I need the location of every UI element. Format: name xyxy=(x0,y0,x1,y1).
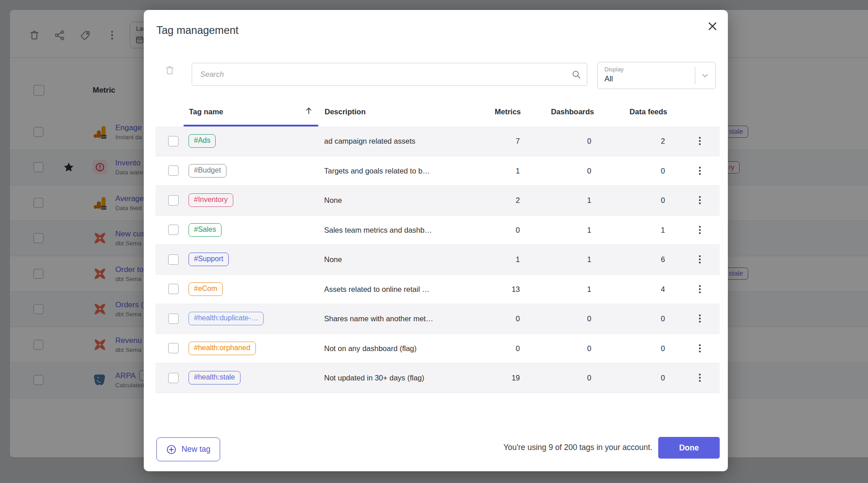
tag-chip: #Ads xyxy=(189,134,216,148)
tag-dashboards-count: 0 xyxy=(531,344,591,352)
tag-row-menu-button[interactable] xyxy=(694,165,705,176)
tag-row-checkbox[interactable] xyxy=(168,195,179,206)
kebab-icon xyxy=(694,165,705,176)
display-filter-label: Display xyxy=(604,66,624,73)
tag-row-menu-button[interactable] xyxy=(694,136,705,146)
kebab-icon xyxy=(694,372,705,383)
tag-search xyxy=(192,63,587,86)
plus-circle-icon xyxy=(166,444,177,455)
tag-description: Assets related to online retail … xyxy=(324,285,429,293)
tag-row-checkbox[interactable] xyxy=(168,165,179,176)
new-tag-label: New tag xyxy=(181,445,210,454)
tag-datafeeds-count: 0 xyxy=(604,344,665,352)
tag-row[interactable]: #health:orphaned Not on any dashboard (f… xyxy=(156,334,720,364)
tag-dashboards-count: 1 xyxy=(531,225,591,234)
tag-row-checkbox[interactable] xyxy=(168,343,179,353)
tag-datafeeds-count: 6 xyxy=(604,255,665,264)
tags-table-header: Tag name Description Metrics Dashboards … xyxy=(144,103,728,123)
tag-metrics-count: 0 xyxy=(459,225,520,234)
tag-metrics-count: 1 xyxy=(459,166,520,175)
tag-dashboards-count: 0 xyxy=(531,166,591,175)
tag-metrics-count: 13 xyxy=(459,285,520,293)
tag-datafeeds-count: 0 xyxy=(604,196,665,205)
tag-datafeeds-count: 1 xyxy=(604,225,665,234)
tag-row-checkbox[interactable] xyxy=(168,136,179,146)
tag-description: Shares name with another met… xyxy=(324,314,433,323)
kebab-icon xyxy=(694,225,705,235)
tag-row[interactable]: #Budget Targets and goals related to b… … xyxy=(156,156,720,186)
kebab-icon xyxy=(694,136,705,146)
display-filter-value: All xyxy=(604,75,613,84)
column-header-dashboards[interactable]: Dashboards xyxy=(533,108,594,116)
tag-row[interactable]: #health:duplicate-… Shares name with ano… xyxy=(156,304,720,334)
tag-row[interactable]: #Inventory None 2 1 0 xyxy=(156,186,720,216)
tag-metrics-count: 0 xyxy=(459,344,520,352)
tag-row-menu-button[interactable] xyxy=(694,313,705,324)
kebab-icon xyxy=(694,313,705,324)
search-icon xyxy=(571,70,581,80)
tag-row-checkbox[interactable] xyxy=(168,284,179,294)
tag-description: Not updated in 30+ days (flag) xyxy=(324,374,425,382)
display-filter-select[interactable]: Display All xyxy=(597,62,716,89)
tag-chip: #Budget xyxy=(189,164,226,178)
tag-row-checkbox[interactable] xyxy=(168,225,179,235)
tag-dashboards-count: 1 xyxy=(531,255,591,264)
tag-description: ad campaign related assets xyxy=(324,137,415,145)
tag-row[interactable]: #eCom Assets related to online retail … … xyxy=(156,275,720,305)
tag-dashboards-count: 0 xyxy=(531,314,591,323)
tag-row-checkbox[interactable] xyxy=(168,314,179,324)
tag-row-menu-button[interactable] xyxy=(694,284,705,295)
close-button[interactable] xyxy=(707,20,718,32)
column-header-metrics[interactable]: Metrics xyxy=(460,108,521,116)
tag-row-menu-button[interactable] xyxy=(694,195,705,206)
tag-datafeeds-count: 0 xyxy=(604,166,665,175)
tag-row[interactable]: #Sales Sales team metrics and dashb… 0 1… xyxy=(156,216,720,245)
tag-datafeeds-count: 0 xyxy=(604,314,665,323)
tag-datafeeds-count: 2 xyxy=(604,137,665,145)
tag-row[interactable]: #health:stale Not updated in 30+ days (f… xyxy=(156,363,720,393)
chevron-down-icon xyxy=(700,71,710,80)
tag-row-menu-button[interactable] xyxy=(694,225,705,235)
tag-metrics-count: 2 xyxy=(459,196,520,205)
trash-icon xyxy=(164,65,175,76)
tag-chip: #Inventory xyxy=(189,193,233,207)
tag-description: Not on any dashboard (flag) xyxy=(324,344,417,352)
tag-row-checkbox[interactable] xyxy=(168,254,179,265)
tag-row[interactable]: #Support None 1 1 6 xyxy=(156,245,720,275)
delete-tags-button-disabled[interactable] xyxy=(164,65,175,76)
tag-metrics-count: 7 xyxy=(459,137,520,145)
tag-row-menu-button[interactable] xyxy=(694,372,705,383)
tag-chip: #Support xyxy=(189,253,229,266)
arrow-up-icon xyxy=(305,107,313,115)
tag-row-menu-button[interactable] xyxy=(694,254,705,265)
tag-row-menu-button[interactable] xyxy=(694,343,705,354)
tag-description: None xyxy=(324,196,342,205)
tag-chip: #eCom xyxy=(189,282,223,296)
tag-metrics-count: 1 xyxy=(459,255,520,264)
tag-chip: #health:duplicate-… xyxy=(189,312,264,325)
search-icon xyxy=(571,70,581,80)
done-button[interactable]: Done xyxy=(658,437,720,459)
tag-metrics-count: 19 xyxy=(459,374,520,382)
dialog-title: Tag management xyxy=(156,24,239,37)
tag-row[interactable]: #Ads ad campaign related assets 7 0 2 xyxy=(156,127,720,156)
chevron-down-icon xyxy=(700,71,710,80)
column-header-tag-name[interactable]: Tag name xyxy=(189,108,223,116)
tag-row-checkbox[interactable] xyxy=(168,373,179,383)
tag-dashboards-count: 1 xyxy=(531,285,591,293)
tag-chip: #health:orphaned xyxy=(189,342,256,355)
tag-chip: #health:stale xyxy=(189,371,241,385)
column-header-description[interactable]: Description xyxy=(325,108,366,116)
kebab-icon xyxy=(694,284,705,295)
tag-dashboards-count: 1 xyxy=(531,196,591,205)
kebab-icon xyxy=(694,254,705,265)
new-tag-button[interactable]: New tag xyxy=(156,437,220,461)
tag-description: None xyxy=(324,255,342,264)
tags-table-body: #Ads ad campaign related assets 7 0 2 #B… xyxy=(156,127,720,393)
column-header-datafeeds[interactable]: Data feeds xyxy=(607,108,667,116)
sort-ascending-icon[interactable] xyxy=(305,107,313,115)
tag-search-input[interactable] xyxy=(192,63,587,86)
tag-dashboards-count: 0 xyxy=(531,137,591,145)
display-filter-divider xyxy=(695,67,695,84)
tag-description: Targets and goals related to b… xyxy=(324,166,430,175)
